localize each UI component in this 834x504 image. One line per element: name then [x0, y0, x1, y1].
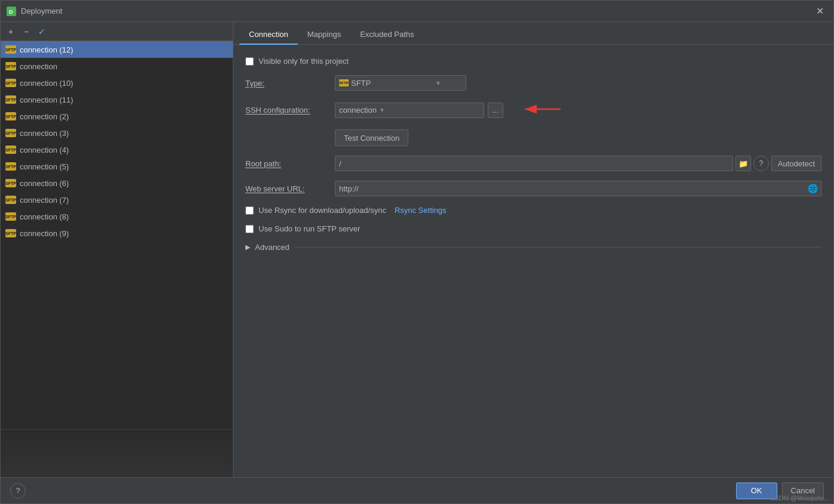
sidebar-item-label: connection (11)	[20, 95, 73, 104]
sidebar-item[interactable]: SFTPconnection (5)	[1, 158, 233, 175]
sidebar-item-label: connection (8)	[20, 212, 69, 221]
test-connection-button[interactable]: Test Connection	[335, 129, 408, 146]
advanced-label: Advanced	[255, 243, 290, 252]
connection-panel-content: Visible only for this project Type: SFTP…	[233, 45, 833, 477]
tab-connection[interactable]: Connection	[239, 25, 298, 45]
sidebar-item[interactable]: SFTPconnection (8)	[1, 208, 233, 225]
sftp-icon: SFTP	[5, 229, 16, 237]
sidebar-item-label: connection (10)	[20, 79, 73, 88]
svg-text:D: D	[9, 9, 13, 15]
ssh-config-dots-button[interactable]: ...	[488, 103, 503, 118]
ssh-config-label: SSH configuration:	[245, 106, 335, 115]
advanced-section[interactable]: ▶ Advanced	[245, 243, 821, 252]
sidebar-item[interactable]: SFTPconnection (12)	[1, 41, 233, 58]
sidebar-item-label: connection (12)	[20, 45, 73, 54]
tab-excluded-paths[interactable]: Excluded Paths	[350, 25, 423, 45]
sidebar-item-label: connection (5)	[20, 162, 69, 171]
type-select-arrow: ▼	[435, 80, 441, 86]
sidebar-bottom-area	[1, 429, 233, 477]
sftp-icon: SFTP	[5, 129, 16, 137]
help-button[interactable]: ?	[10, 483, 26, 499]
sidebar-item-label: connection (9)	[20, 229, 69, 238]
rsync-label: Use Rsync for download/upload/sync	[258, 206, 386, 215]
watermark: CSDN @Mosquito...	[770, 494, 829, 502]
sidebar-item-label: connection (3)	[20, 129, 69, 138]
sftp-icon: SFTP	[5, 79, 16, 87]
root-path-help-button[interactable]: ?	[753, 156, 769, 171]
sidebar-item[interactable]: SFTPconnection (11)	[1, 91, 233, 108]
sftp-icon: SFTP	[5, 146, 16, 154]
autodetect-button[interactable]: Autodetect	[771, 156, 821, 171]
type-select-wrapper[interactable]: SFTP SFTP FTP FTPS Local or mounted fold…	[335, 75, 466, 91]
sftp-icon: SFTP	[5, 162, 16, 171]
sidebar-item[interactable]: SFTPconnection (7)	[1, 191, 233, 208]
folder-icon: 📁	[738, 159, 748, 168]
sidebar-item-label: connection (6)	[20, 179, 69, 188]
tab-mappings[interactable]: Mappings	[298, 25, 350, 45]
sftp-icon: SFTP	[5, 212, 16, 221]
sidebar-item[interactable]: SFTPconnection (2)	[1, 108, 233, 125]
sidebar-item[interactable]: SFTPconnection (6)	[1, 175, 233, 191]
sidebar-item-label: connection (4)	[20, 146, 69, 154]
sftp-type-icon: SFTP	[339, 79, 349, 86]
sidebar-item[interactable]: SFTPconnection (4)	[1, 141, 233, 158]
sftp-icon: SFTP	[5, 45, 16, 54]
root-path-input[interactable]	[335, 156, 733, 171]
visible-only-checkbox[interactable]	[245, 57, 254, 66]
sidebar-item-label: connection (2)	[20, 112, 69, 121]
dialog-title: Deployment	[21, 7, 808, 16]
web-server-url-label: Web server URL:	[245, 184, 335, 193]
sidebar-item[interactable]: SFTPconnection	[1, 58, 233, 75]
sftp-icon: SFTP	[5, 95, 16, 104]
ssh-config-select-wrapper[interactable]: connection ▼	[335, 103, 484, 118]
sftp-icon: SFTP	[5, 62, 16, 70]
advanced-arrow-icon: ▶	[245, 243, 250, 251]
sftp-icon: SFTP	[5, 196, 16, 204]
sftp-icon: SFTP	[5, 179, 16, 187]
sidebar-item-label: connection	[20, 62, 57, 71]
type-label: Type:	[245, 79, 335, 88]
red-arrow-annotation	[519, 100, 567, 120]
advanced-divider	[294, 247, 821, 248]
ssh-config-select[interactable]: connection	[339, 106, 377, 115]
remove-connection-button[interactable]: −	[20, 25, 33, 38]
root-path-label: Root path:	[245, 159, 335, 168]
rsync-settings-link[interactable]: Rsync Settings	[395, 206, 447, 215]
help-icon: ?	[759, 159, 764, 168]
sidebar-item-label: connection (7)	[20, 196, 69, 205]
rsync-checkbox[interactable]	[245, 206, 254, 215]
close-button[interactable]: ✕	[813, 4, 827, 18]
root-path-browse-button[interactable]: 📁	[735, 156, 751, 171]
web-icon: 🌐	[808, 184, 818, 193]
sftp-icon: SFTP	[5, 112, 16, 120]
add-connection-button[interactable]: +	[4, 25, 17, 38]
app-icon: D	[7, 7, 16, 16]
type-select[interactable]: SFTP FTP FTPS Local or mounted folder	[351, 79, 433, 88]
sidebar-item[interactable]: SFTPconnection (10)	[1, 75, 233, 91]
sudo-checkbox[interactable]	[245, 225, 254, 233]
confirm-button[interactable]: ✓	[35, 25, 48, 38]
sudo-label: Use Sudo to run SFTP server	[258, 224, 360, 233]
visible-only-label: Visible only for this project	[258, 57, 349, 66]
tab-bar: ConnectionMappingsExcluded Paths	[233, 22, 833, 45]
sidebar-item[interactable]: SFTPconnection (9)	[1, 225, 233, 242]
ssh-config-select-arrow: ▼	[379, 107, 385, 113]
web-server-url-input[interactable]	[335, 181, 821, 196]
connection-list: SFTPconnection (12)SFTPconnectionSFTPcon…	[1, 41, 233, 429]
sidebar-item[interactable]: SFTPconnection (3)	[1, 125, 233, 141]
